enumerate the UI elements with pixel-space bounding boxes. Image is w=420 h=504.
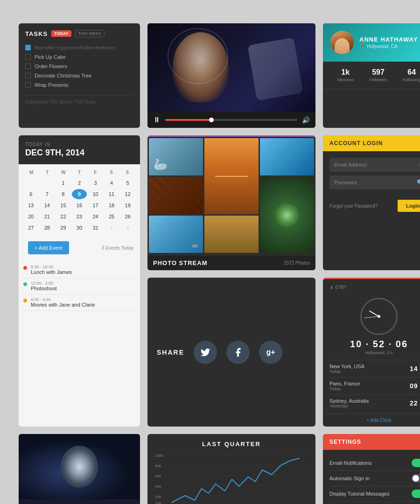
- task-checkbox[interactable]: [25, 54, 31, 60]
- forgot-password-link[interactable]: Forgot your Password?: [329, 203, 378, 209]
- photo-cell[interactable]: [149, 177, 203, 214]
- calendar-header: TODAY IS: DEC 9TH, 2014: [19, 135, 140, 164]
- cal-day[interactable]: 20: [23, 211, 39, 222]
- cal-day[interactable]: 16: [72, 200, 87, 210]
- avatar-face: [335, 38, 350, 54]
- cal-day[interactable]: 23: [72, 211, 87, 222]
- cal-day[interactable]: 6: [23, 189, 39, 199]
- setting-row: Display Tutorial Messages: [329, 486, 420, 502]
- list-item[interactable]: ✓ Buy Milk, Eggs and Fabric Softener: [25, 43, 133, 52]
- cal-day[interactable]: 4: [104, 178, 119, 188]
- google-share-button[interactable]: g+: [259, 341, 282, 364]
- photo-stream-count: 1572 Photos: [284, 260, 310, 266]
- profile-info: ANNE HATHAWAY 📍 Hollywood, CA: [359, 36, 420, 49]
- cal-day[interactable]: 27: [23, 223, 39, 233]
- task-checkbox[interactable]: [25, 63, 31, 69]
- volume-button[interactable]: 🔊: [302, 116, 310, 124]
- photo-stream-title: PHOTO STREAM: [153, 259, 208, 266]
- tasks-title: TASKS: [25, 30, 48, 37]
- add-event-button[interactable]: + Add Event: [28, 241, 69, 254]
- login-body: Email Address ✉ Password 🔍: [323, 151, 420, 200]
- pause-button[interactable]: ⏸: [153, 116, 161, 124]
- svg-text:80K: 80K: [155, 464, 162, 468]
- auto-signin-toggle[interactable]: [412, 474, 420, 483]
- clock-center-dot: [378, 315, 380, 318]
- cal-day[interactable]: 15: [56, 200, 71, 210]
- profile-stats: 1k Missions 597 Followers 64 Following: [323, 62, 420, 89]
- clock-widget: 🌡 0 89° ☀ 10 · 52 · 06 Hollywood, CA New…: [323, 278, 420, 427]
- add-clock-button[interactable]: + Add Clock: [323, 413, 420, 427]
- email-field[interactable]: Email Address ✉: [329, 158, 420, 172]
- svg-text:20K: 20K: [155, 495, 162, 499]
- cal-day[interactable]: 17: [88, 200, 103, 210]
- tutorial-messages-toggle[interactable]: [412, 490, 420, 498]
- world-clocks: New York, USA Today 14 52 Paris, France …: [323, 360, 420, 412]
- task-checkbox[interactable]: ✓: [25, 45, 31, 50]
- calendar-widget: TODAY IS: DEC 9TH, 2014 M T W T F S S 1 …: [19, 135, 140, 427]
- cal-day[interactable]: 26: [120, 211, 135, 222]
- cal-day[interactable]: 31: [88, 223, 103, 233]
- cal-day[interactable]: 25: [104, 211, 119, 222]
- progress-fill: [165, 119, 211, 121]
- chart-title: LAST QUARTER: [147, 434, 315, 451]
- cal-day[interactable]: 2: [72, 178, 87, 188]
- facebook-share-button[interactable]: [226, 341, 250, 364]
- settings-header: SETTINGS: [323, 434, 420, 450]
- cal-day[interactable]: 30: [72, 223, 87, 233]
- video-widget: ⏸ 🔊: [147, 23, 315, 128]
- photo-cell[interactable]: [204, 138, 259, 214]
- list-item: Sydney, Australia Yesterday 22 52: [329, 394, 420, 412]
- badge-week[interactable]: THIS WEEK: [75, 30, 105, 37]
- settings-widget: SETTINGS Email Notifications Automatic S…: [323, 434, 420, 504]
- twitter-share-button[interactable]: [194, 341, 217, 364]
- list-item[interactable]: Wrap Presents: [25, 80, 133, 90]
- progress-thumb: [209, 118, 214, 122]
- cal-day[interactable]: 29: [56, 223, 71, 233]
- cal-day[interactable]: 13: [23, 200, 39, 210]
- photo-cell[interactable]: 🦢: [149, 138, 203, 175]
- photo-cell[interactable]: [204, 216, 259, 253]
- cal-day[interactable]: 24: [88, 211, 103, 222]
- task-list: ✓ Buy Milk, Eggs and Fabric Softener Pic…: [25, 43, 133, 90]
- photo-cell[interactable]: [260, 177, 314, 253]
- cal-day[interactable]: 8: [56, 189, 71, 199]
- profile-widget: ANNE HATHAWAY 📍 Hollywood, CA 1k Mission…: [323, 23, 420, 128]
- settings-body: Email Notifications Automatic Sign In Di…: [323, 450, 420, 504]
- cal-day[interactable]: 19: [120, 200, 135, 210]
- photo-cell[interactable]: 🚌: [149, 216, 203, 253]
- task-checkbox[interactable]: [25, 82, 31, 88]
- cal-day[interactable]: 1: [56, 178, 71, 188]
- photo-stream-footer: PHOTO STREAM 1572 Photos: [147, 256, 315, 270]
- svg-text:60K: 60K: [155, 474, 162, 478]
- cal-day[interactable]: 22: [56, 211, 71, 222]
- email-notifications-toggle[interactable]: [412, 459, 420, 467]
- cal-day[interactable]: 5: [120, 178, 135, 188]
- password-field[interactable]: Password 🔍: [329, 175, 420, 189]
- list-item[interactable]: Pick Up Cake: [25, 52, 133, 62]
- login-button[interactable]: Login: [398, 200, 420, 212]
- cal-day[interactable]: 10: [88, 189, 103, 199]
- cal-day-today[interactable]: 9: [72, 189, 87, 199]
- cal-day[interactable]: 28: [40, 223, 55, 233]
- photo-cell[interactable]: [260, 138, 314, 175]
- clock-location: Hollywood, CA: [323, 350, 420, 355]
- badge-today[interactable]: TODAY: [51, 30, 71, 37]
- cal-day[interactable]: 18: [104, 200, 119, 210]
- task-checkbox[interactable]: [25, 73, 31, 78]
- music-widget: ▶ Always In My Head Coldplay 2:01 3:37: [19, 434, 140, 504]
- cal-day[interactable]: 7: [40, 189, 55, 199]
- stat-followers: 597 Followers: [369, 68, 387, 82]
- cal-day[interactable]: 11: [104, 189, 119, 199]
- cal-day[interactable]: 3: [88, 178, 103, 188]
- music-info: ▶ Always In My Head Coldplay: [19, 499, 140, 504]
- video-progress-bar[interactable]: [165, 119, 297, 121]
- avatar-image: [330, 31, 354, 54]
- music-album-art: [19, 434, 140, 499]
- login-widget: ACCOUNT LOGIN Email Address ✉ Password 🔍…: [323, 135, 420, 270]
- list-item[interactable]: Decorate Christmas Tree: [25, 71, 133, 80]
- cal-day[interactable]: 12: [120, 189, 135, 199]
- list-item[interactable]: Order Flowers: [25, 62, 133, 71]
- cal-day[interactable]: 21: [40, 211, 55, 222]
- calendar-days: 1 2 3 4 5 6 7 8 9 10 11 12 13 14 15 16 1…: [23, 178, 135, 233]
- cal-day[interactable]: 14: [40, 200, 55, 210]
